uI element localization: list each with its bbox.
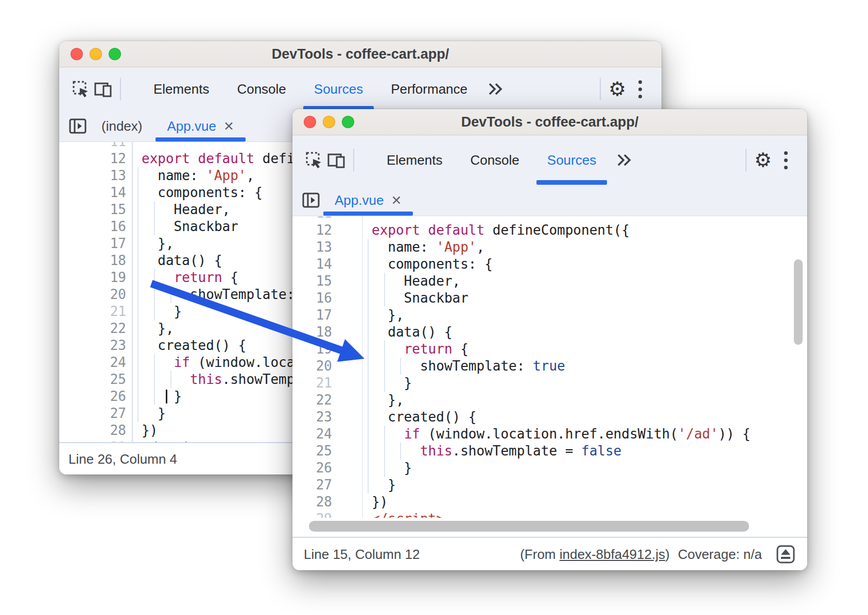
horizontal-scrollbar[interactable] [309, 521, 749, 532]
line-text: Header, [142, 201, 230, 218]
tab-elements[interactable]: Elements [373, 135, 456, 185]
minimize-window-button[interactable] [90, 48, 102, 60]
line-text: </script> [142, 439, 214, 442]
line-number: 29 [292, 511, 332, 518]
devtools-toolbar: Elements Console Sources ⚙ [292, 135, 807, 185]
show-navigator-icon[interactable] [300, 189, 322, 212]
close-tab-icon[interactable]: ✕ [391, 194, 402, 207]
titlebar[interactable]: DevTools - coffee-cart.app/ [292, 109, 807, 135]
file-tab-bar: App.vue ✕ [292, 185, 807, 216]
line-text: }) [142, 422, 158, 439]
more-tabs-icon[interactable] [484, 78, 507, 100]
source-editor[interactable]: 1112export default defineComponent({13 n… [292, 216, 807, 518]
more-tabs-icon[interactable] [613, 149, 636, 171]
close-window-button[interactable] [71, 48, 83, 60]
file-tab-label: (index) [101, 118, 142, 134]
line-text: components: { [142, 184, 263, 201]
show-navigator-icon[interactable] [66, 115, 89, 137]
line-number: 17 [59, 235, 126, 252]
device-toolbar-icon[interactable] [92, 78, 115, 100]
file-tab-appvue[interactable]: App.vue ✕ [154, 111, 246, 142]
kebab-menu-icon[interactable] [774, 149, 797, 171]
line-number: 29 [59, 439, 126, 442]
line-number: 25 [59, 371, 126, 388]
close-window-button[interactable] [304, 116, 316, 128]
line-text: Snackbar [372, 290, 468, 307]
line-number: 27 [292, 477, 332, 494]
vertical-scrollbar[interactable] [794, 259, 803, 345]
device-toolbar-icon[interactable] [325, 149, 348, 171]
line-text: showTemplate: true [372, 358, 565, 375]
tab-console[interactable]: Console [456, 135, 533, 185]
line-number: 28 [59, 422, 126, 439]
line-number: 21 [292, 375, 332, 392]
code-line: 21 } [292, 375, 807, 392]
tab-sources[interactable]: Sources [533, 135, 610, 185]
line-number: 18 [292, 324, 332, 341]
line-text: } [142, 405, 166, 422]
line-text: }, [142, 235, 174, 252]
line-number: 23 [292, 409, 332, 426]
load-through-icon[interactable] [775, 544, 796, 565]
tab-elements[interactable]: Elements [140, 67, 223, 111]
source-mapping-note: (From index-8bfa4912.js) [520, 547, 669, 563]
close-tab-icon[interactable]: ✕ [223, 120, 234, 133]
code-line: 11 [292, 216, 807, 222]
tab-sources[interactable]: Sources [300, 67, 377, 111]
code-line: 24 if (window.location.href.endsWith('/a… [292, 426, 807, 443]
inspect-element-icon[interactable] [70, 78, 92, 100]
line-text: created() { [142, 337, 247, 354]
tab-performance[interactable]: Performance [377, 67, 481, 111]
file-tab-label: App.vue [335, 192, 384, 208]
code-line: 25 this.showTemplate = false [292, 443, 807, 460]
line-text: } [372, 375, 412, 392]
line-text: created() { [372, 409, 477, 426]
line-number: 28 [292, 494, 332, 511]
line-text: } [372, 477, 396, 494]
code-line: 12export default defineComponent({ [292, 222, 807, 239]
line-text: name: 'App', [372, 239, 484, 256]
text-caret [166, 390, 167, 403]
line-text: </script> [372, 511, 444, 518]
traffic-lights [71, 41, 121, 67]
cursor-position: Line 15, Column 12 [304, 547, 420, 563]
code-line: 23 created() { [292, 409, 807, 426]
line-number: 27 [59, 405, 126, 422]
file-tab-appvue[interactable]: App.vue ✕ [322, 185, 414, 216]
line-number: 11 [292, 216, 332, 222]
panel-tabs: Elements Console Sources [373, 135, 610, 185]
window-title: DevTools - coffee-cart.app/ [292, 114, 807, 130]
inspect-element-icon[interactable] [303, 149, 325, 171]
minimize-window-button[interactable] [323, 116, 335, 128]
line-number: 12 [292, 222, 332, 239]
code-line: 15 Header, [292, 273, 807, 290]
line-number: 26 [292, 460, 332, 477]
line-text: name: 'App', [142, 167, 254, 184]
devtools-window-front: DevTools - coffee-cart.app/ Elements Con… [292, 109, 807, 570]
traffic-lights [304, 109, 354, 135]
titlebar[interactable]: DevTools - coffee-cart.app/ [59, 41, 662, 67]
line-text: } [372, 460, 412, 477]
zoom-window-button[interactable] [342, 116, 354, 128]
settings-gear-icon[interactable]: ⚙ [752, 149, 774, 171]
line-number: 13 [59, 167, 126, 184]
zoom-window-button[interactable] [109, 48, 121, 60]
cursor-position: Line 26, Column 4 [68, 451, 177, 467]
mapped-file-link[interactable]: index-8bfa4912.js [560, 547, 665, 562]
line-number: 19 [59, 269, 126, 286]
line-number: 20 [59, 286, 126, 303]
tab-console[interactable]: Console [223, 67, 300, 111]
settings-gear-icon[interactable]: ⚙ [606, 78, 629, 100]
code-line: 28}) [292, 494, 807, 511]
line-text: data() { [142, 252, 222, 269]
kebab-menu-icon[interactable] [629, 78, 651, 100]
line-number: 25 [292, 443, 332, 460]
line-number: 16 [292, 290, 332, 307]
toolbar-divider [600, 78, 601, 100]
line-number: 16 [59, 218, 126, 235]
line-number: 15 [59, 201, 126, 218]
code-line: 22 }, [292, 392, 807, 409]
line-number: 19 [292, 341, 332, 358]
file-tab-index[interactable]: (index) [89, 111, 154, 142]
line-text: } [142, 388, 182, 405]
